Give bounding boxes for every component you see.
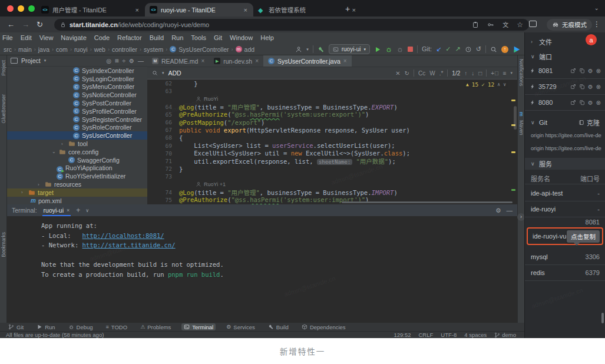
menu-item-window[interactable]: Window [230,34,253,41]
git-branch-widget[interactable]: demo [494,332,516,338]
copy-icon[interactable] [579,84,585,90]
menu-item-file[interactable]: File [2,34,13,41]
breadcrumb-method[interactable]: add [244,46,255,53]
toolwindow-button-services[interactable]: ⚙Services [224,323,257,330]
tab-close-icon[interactable]: × [134,6,140,14]
coverage-button[interactable] [396,46,404,53]
close-circle-icon[interactable]: ⊗ [596,68,601,74]
project-chevron-icon[interactable]: ▾ [44,58,47,63]
copy-icon[interactable] [579,100,585,105]
translate-icon[interactable]: 文 [502,20,508,29]
terminal-link[interactable]: http://localhost:8081/ [82,232,164,239]
editor-tab[interactable]: MREADME.md× [147,55,209,67]
menu-item-help[interactable]: Help [260,34,274,41]
change-marker[interactable] [511,189,515,191]
editor-tab[interactable]: ▶run-dev.sh× [209,55,263,67]
git-remote[interactable]: origin https://gitee.com/live-demo/ruoy.… [531,145,601,151]
tree-item-SysPostController[interactable]: CSysPostController [7,99,147,107]
breadcrumb-item[interactable]: main [18,46,32,53]
breadcrumb-item[interactable]: web [94,46,105,53]
strip-label-project[interactable]: Project [1,60,6,75]
select-all-matches-icon[interactable]: □ [478,70,482,77]
bookmark-star-icon[interactable]: ☆ [517,21,523,29]
breadcrumb-item[interactable]: java [38,46,49,53]
titanide-logo-icon[interactable] [513,45,521,54]
regex-toggle[interactable]: .* [439,70,444,77]
user-avatar-badge[interactable]: a [586,34,597,45]
forward-icon[interactable]: → [22,20,29,29]
service-row-highlighted[interactable]: ide-ruoyi-vue点击复制 [527,227,603,245]
open-in-new-icon[interactable] [570,68,576,74]
editor-tab-close-icon[interactable]: × [255,58,259,64]
ports-section-header[interactable]: ∨ 端口 [525,51,605,62]
maximize-window-button[interactable] [28,5,35,12]
match-case-toggle[interactable]: Cc [418,70,425,77]
terminal-tab[interactable]: ruoyi-ui × [42,204,71,216]
tree-item-tool[interactable]: ›tool [7,140,147,148]
editor-tab[interactable]: CSysUserController.java× [263,55,352,67]
toolwindow-button-terminal[interactable]: Terminal [181,323,216,330]
user-icon[interactable] [295,46,302,53]
tree-chevron-icon[interactable]: › [61,141,66,147]
minimize-window-button[interactable] [18,5,24,12]
strip-label-notifications[interactable]: Notifications [518,59,524,86]
code-author-lens[interactable]: RuoYi [147,95,517,102]
tree-item-SysMenuController[interactable]: CSysMenuController [7,83,147,91]
service-row[interactable]: mysql3306 [525,249,605,265]
tab-search-chevron-icon[interactable]: ⌄ [594,5,599,11]
menu-item-build[interactable]: Build [150,34,164,41]
locate-icon[interactable]: ◎ [106,58,111,64]
terminal-minimize-icon[interactable]: — [507,207,513,214]
debug-button[interactable] [385,46,392,53]
strip-label-maven[interactable]: Maven [518,120,524,135]
tree-item-SysNoticeController[interactable]: CSysNoticeController [7,91,147,99]
copy-icon[interactable] [579,68,585,74]
breadcrumb-item[interactable]: system [144,46,163,53]
breadcrumb-item[interactable]: src [4,46,12,53]
warning-marker[interactable] [511,151,515,153]
service-row[interactable]: redis6379 [525,265,605,281]
browser-tab[interactable]: <>ruoyi-vue - TitanIDE× [145,3,253,16]
tree-item-SysLoginController[interactable]: CSysLoginController [7,75,147,83]
terminal-settings-icon[interactable]: ⚙ [495,207,501,214]
side-panel-icon[interactable] [529,21,537,27]
menu-item-refactor[interactable]: Refactor [117,34,142,41]
port-row[interactable]: 8081⚙⊗ [525,63,605,79]
code-author-lens[interactable]: RuoYi +1 [147,180,517,188]
menu-item-edit[interactable]: Edit [21,34,32,41]
tree-item-core.config[interactable]: ⌄core.config [7,148,147,156]
history-icon[interactable] [465,46,472,53]
git-commit-icon[interactable]: ✓ [445,46,451,52]
git-remote[interactable]: origin https://gitee.com/live-demo/ruoy.… [531,133,601,138]
settings-icon[interactable]: ⚙ [588,100,593,106]
tab-close-icon[interactable]: × [243,6,249,14]
menu-item-navigate[interactable]: Navigate [61,34,86,41]
git-section-header[interactable]: ∨ Git 克隆 [525,117,605,128]
toolwindow-button-debug[interactable]: Debug [66,323,95,330]
tree-item-SwaggerConfig[interactable]: CSwaggerConfig [7,156,147,164]
next-issue-icon[interactable]: ∨ [503,82,506,87]
settings-icon[interactable]: ⚙ [588,68,593,74]
expand-icon[interactable]: ⧈ [115,57,118,64]
tree-item-SysRegisterController[interactable]: CSysRegisterController [7,115,147,124]
user-chevron-icon[interactable]: ▾ [306,47,309,51]
close-circle-icon[interactable]: ⊗ [596,84,601,90]
whole-words-toggle[interactable]: W [429,70,435,77]
indent-setting[interactable]: 4 spaces [464,332,487,338]
key-icon[interactable] [487,21,494,28]
menu-item-run[interactable]: Run [171,34,183,41]
new-tab-button[interactable]: + [345,4,350,14]
reload-icon[interactable]: ↻ [37,20,43,29]
tree-item-resources[interactable]: ›resources [7,180,147,188]
search-refresh-icon[interactable]: ↻ [405,70,409,77]
line-ending[interactable]: CRLF [418,332,433,338]
browser-menu-icon[interactable]: ⋮ [593,20,600,28]
terminal-link[interactable]: http://start.titanide.cn/ [82,241,176,249]
caret-position[interactable]: 129:52 [394,332,411,338]
toolwindow-button-run[interactable]: Run [34,323,57,330]
editor-vertical-scrollbar[interactable] [514,106,517,130]
run-button[interactable] [374,46,381,53]
hide-panel-icon[interactable]: — [138,58,144,64]
breadcrumb-item[interactable]: ruoyi [74,46,88,53]
settings-icon[interactable]: ⚙ [588,84,593,90]
